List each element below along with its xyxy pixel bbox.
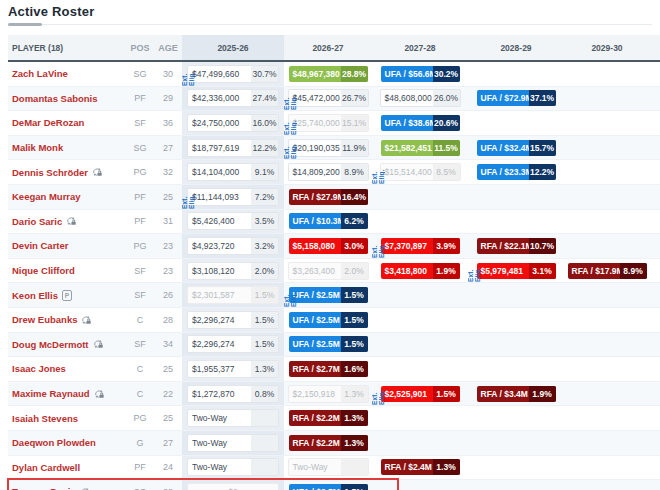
salary-pill: Two-Way: [187, 458, 279, 476]
salary-value: UFA / $38.6M: [381, 115, 433, 131]
salary-cell: $14,104,0009.1%: [182, 160, 284, 184]
player-cell: Maxime Raynaud: [8, 388, 126, 399]
salary-cell: UFA / $72.9M37.1%: [468, 87, 564, 111]
table-row: Domantas SabonisPF29$42,336,00027.4%Ext.…: [8, 87, 660, 112]
salary-cell: UFA / $23.3M12.2%: [468, 160, 564, 184]
salary-cell: [468, 456, 564, 480]
salary-pill: $0: [187, 483, 279, 490]
pos-label: SF: [126, 266, 154, 276]
player-name-link[interactable]: DeMar DeRozan: [12, 117, 84, 128]
ext-elig-label: Ext. Elig.: [284, 112, 297, 135]
cap-pct-badge: 11.9%: [341, 140, 368, 156]
cap-pct-badge: [251, 435, 278, 451]
salary-cell: UFA / $2.5M1.5%: [284, 308, 372, 332]
cap-pct-badge: 15.1%: [341, 115, 368, 131]
player-name-link[interactable]: Dylan Cardwell: [12, 462, 80, 473]
player-name-link[interactable]: Isaac Jones: [12, 363, 66, 374]
player-name-link[interactable]: Daeqwon Plowden: [12, 437, 96, 448]
salary-pill: UFA / $10.3M6.2%: [289, 213, 368, 229]
salary-cell: Ext. Elig.$47,499,66030.7%: [182, 62, 284, 86]
player-name-link[interactable]: Zach LaVine: [12, 68, 68, 79]
p-badge-icon: P: [62, 290, 72, 301]
salary-value: RFA / $2.2M: [289, 410, 341, 426]
table-row: Keon EllisPSF26$2,301,5871.5%Ext. Elig.U…: [8, 283, 660, 308]
table-row: Dylan CardwellPF24Two-WayTwo-WayRFA / $2…: [8, 456, 660, 481]
player-name-link[interactable]: Keon Ellis: [12, 290, 58, 301]
salary-cell: [372, 406, 468, 430]
pos-label: PG: [126, 413, 154, 423]
player-name-link[interactable]: Devin Carter: [12, 240, 69, 251]
salary-pill: $48,967,38028.8%: [289, 66, 368, 82]
player-name-link[interactable]: Dario Saric: [12, 216, 62, 227]
salary-cell: UFA / $38.6M20.6%: [372, 111, 468, 135]
player-name-link[interactable]: Domantas Sabonis: [12, 93, 98, 104]
salary-cell: $3,418,8001.9%: [372, 259, 468, 283]
salary-cell: [564, 456, 650, 480]
salary-cell: Ext. Elig.$11,144,0937.2%: [182, 185, 284, 209]
salary-cell: [468, 406, 564, 430]
age-label: 23: [154, 241, 182, 251]
cap-pct-badge: 28.8%: [341, 66, 368, 82]
salary-cell: [372, 357, 468, 381]
pos-label: PF: [126, 93, 154, 103]
table-header-row: PLAYER (18) POS AGE 2025-26 2026-27 2027…: [8, 35, 660, 62]
salary-cell: $48,608,00026.0%: [372, 87, 468, 111]
player-name-link[interactable]: Isaiah Stevens: [12, 413, 78, 424]
salary-cell: RFA / $2.4M1.3%: [372, 456, 468, 480]
salary-pill: UFA / $56.6M30.2%: [381, 66, 460, 82]
cap-pct-badge: 8.5%: [433, 164, 460, 180]
player-name-link[interactable]: Malik Monk: [12, 142, 63, 153]
cap-pct-badge: 16.4%: [341, 189, 368, 205]
salary-pill: RFA / $3.4M1.9%: [477, 386, 556, 402]
salary-pill: RFA / $2.2M1.3%: [289, 410, 368, 426]
player-cell: Dylan Cardwell: [8, 462, 126, 473]
salary-value: RFA / $2.4M: [381, 459, 433, 475]
salary-pill: $5,426,4003.5%: [187, 212, 279, 230]
salary-cell: Ext. Elig.$7,370,8973.9%: [372, 234, 468, 258]
player-name-link[interactable]: Drew Eubanks: [12, 314, 77, 325]
salary-cell: [372, 185, 468, 209]
player-name-link[interactable]: Nique Clifford: [12, 265, 75, 276]
player-cell: Malik Monk: [8, 142, 126, 153]
player-name-link[interactable]: Terence Davis: [12, 486, 76, 490]
salary-pill: $20,190,03511.9%: [288, 139, 369, 157]
col-header-year-2028-29: 2028-29: [468, 35, 564, 60]
salary-cell: [564, 234, 650, 258]
cap-pct-badge: 1.3%: [341, 410, 368, 426]
ext-elig-label: Ext. Elig.: [468, 259, 481, 282]
ext-elig-label: Ext. Elig.: [372, 235, 385, 258]
salary-cell: [564, 382, 650, 406]
cap-pct-badge: 15.7%: [529, 140, 556, 156]
player-name-link[interactable]: Dennis Schröder: [12, 167, 88, 178]
trade-restriction-icon: [66, 216, 76, 226]
salary-cell: [468, 431, 564, 455]
salary-cell: [468, 333, 564, 357]
salary-pill: UFA / $72.9M37.1%: [477, 90, 556, 106]
cap-pct-badge: 26.7%: [341, 90, 368, 106]
player-cell: Terence Davis: [8, 486, 126, 490]
trade-restriction-icon: [81, 315, 91, 325]
salary-pill: $4,923,7203.2%: [187, 237, 279, 255]
player-cell: Keegan Murray: [8, 191, 126, 202]
age-label: 34: [154, 339, 182, 349]
cap-pct-badge: 2.0%: [251, 263, 278, 279]
pos-label: PF: [126, 462, 154, 472]
cap-pct-badge: 37.1%: [529, 90, 556, 106]
pos-label: SG: [126, 143, 154, 153]
ext-elig-label: Ext. Elig.: [182, 186, 195, 209]
salary-pill: $25,740,00015.1%: [288, 114, 369, 132]
player-name-link[interactable]: Keegan Murray: [12, 191, 81, 202]
salary-cell: [468, 308, 564, 332]
player-name-link[interactable]: Doug McDermott: [12, 339, 89, 350]
salary-cell: UFA / $2.5M1.5%: [284, 333, 372, 357]
salary-value: RFA / $22.1M: [477, 238, 529, 254]
age-label: 27: [154, 143, 182, 153]
salary-value: $3,108,120: [188, 263, 251, 279]
salary-cell: [564, 111, 650, 135]
player-cell: Nique Clifford: [8, 265, 126, 276]
cap-pct-badge: 3.2%: [251, 238, 278, 254]
table-row: Drew EubanksC28$2,296,2741.5%UFA / $2.5M…: [8, 308, 660, 333]
salary-cell: [564, 357, 650, 381]
salary-cell: Ext. Elig.$5,979,4813.1%: [468, 259, 564, 283]
player-name-link[interactable]: Maxime Raynaud: [12, 388, 90, 399]
